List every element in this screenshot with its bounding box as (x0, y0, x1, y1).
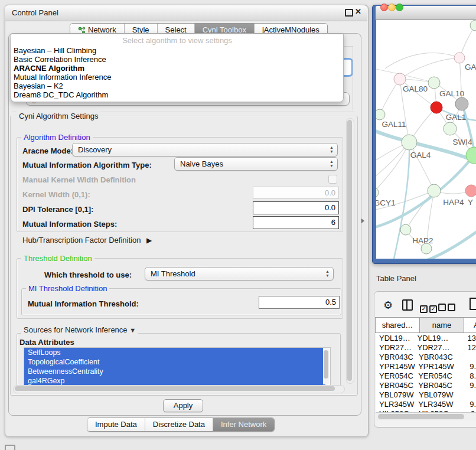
table-row[interactable]: YLR345WYLR345W9. (375, 400, 476, 409)
columns-icon[interactable] (402, 299, 413, 311)
node-gal4[interactable] (402, 135, 417, 150)
network-canvas[interactable]: GAL GAL80 GAL10 GAL1 GAL11 SWI4 GAL4 GCY… (376, 20, 476, 259)
node-label: Y (468, 198, 473, 207)
gear-icon[interactable]: ⚙ (383, 299, 393, 312)
node-label: GAL4 (410, 151, 431, 159)
aracne-mode-combo[interactable]: Discovery ▲▼ (72, 143, 338, 156)
splitter-arrow-icon[interactable] (361, 219, 364, 223)
network-graph: GAL GAL80 GAL10 GAL1 GAL11 SWI4 GAL4 GCY… (376, 20, 476, 259)
mi-threshold-field[interactable]: 0.5 (259, 296, 340, 309)
show-columns-icon[interactable]: ✓✓ (420, 302, 439, 313)
mi-type-label: Mutual Information Algorithm Type: (22, 160, 152, 170)
hub-definition-toggle[interactable]: Hub/Transcription Factor Definition ▶ (22, 235, 152, 246)
control-panel-titlebar[interactable] (5, 5, 367, 21)
table-row[interactable]: YBL079WYBL079W (375, 390, 476, 400)
list-vscrollbar[interactable] (323, 348, 330, 384)
node-label: GAL80 (403, 84, 428, 93)
column-header-shared[interactable]: shared… (375, 317, 420, 333)
tab-impute-data[interactable]: Impute Data (87, 418, 145, 431)
which-threshold-label: Which threshold to use: (44, 270, 132, 280)
algorithm-option[interactable]: Bayesian – K2 (11, 81, 343, 90)
node-label: SWI4 (452, 138, 472, 146)
column-header-name[interactable]: name (420, 317, 464, 333)
mi-type-combo[interactable]: Naive Bayes ▲▼ (174, 157, 338, 171)
table-panel-title: Table Panel (376, 274, 416, 283)
group-border-fragment (343, 46, 353, 47)
node[interactable] (470, 20, 476, 31)
column-header-a[interactable]: A (464, 317, 476, 333)
settings-vscrollbar[interactable] (346, 118, 354, 384)
algorithm-option-selected[interactable]: ARACNE Algorithm (11, 64, 343, 73)
algorithm-popup-placeholder: Select algorithm to view settings (11, 36, 343, 46)
node-label: GCY1 (376, 198, 395, 207)
group-border-fragment (353, 46, 353, 110)
node-selected-red[interactable] (431, 102, 442, 113)
cyni-bottom-tabs: Impute Data Discretize Data Infer Networ… (87, 418, 275, 432)
new-table-icon[interactable] (470, 298, 476, 310)
attribute-item[interactable]: SelfLoops (24, 348, 325, 357)
manual-kernel-label: Manual Kernel Width Definition (22, 175, 136, 185)
close-icon[interactable]: ✕ (355, 7, 361, 16)
table-row[interactable]: YDR27…YDR27…12 (375, 343, 476, 353)
tab-infer-network[interactable]: Infer Network (213, 418, 274, 431)
list-vscrollbar-thumb[interactable] (324, 350, 328, 379)
node-hap2[interactable] (400, 224, 411, 235)
algorithm-popup: Select algorithm to view settings Bayesi… (11, 34, 344, 102)
mi-steps-label: Mutual Information Steps: (22, 219, 117, 229)
settings-hscrollbar[interactable] (13, 385, 345, 393)
attribute-item[interactable]: gal4RGexp (24, 376, 325, 386)
zoom-traffic-light[interactable] (396, 4, 403, 11)
node-label: GAL10 (439, 89, 464, 98)
node-gray[interactable] (455, 97, 468, 110)
apply-button[interactable]: Apply (163, 399, 203, 412)
manual-kernel-checkbox[interactable] (328, 175, 337, 184)
data-attributes-label: Data Attributes (19, 337, 74, 347)
minimized-panel-button[interactable] (5, 445, 15, 450)
table-row[interactable]: YPR145WYPR145W9. (375, 362, 476, 371)
minimize-traffic-light[interactable] (388, 4, 396, 11)
node-swi4[interactable] (466, 147, 476, 164)
node-hap4[interactable] (428, 184, 441, 197)
table-header: shared… name A (375, 317, 476, 333)
data-attributes-list[interactable]: SelfLoops TopologicalCoefficient Between… (24, 347, 331, 386)
node-gal1[interactable] (444, 122, 457, 135)
attribute-item[interactable]: BetweennessCentrality (24, 367, 325, 376)
node-gal10[interactable] (428, 77, 440, 89)
sources-group-title[interactable]: Sources for Network Inference ▼ (21, 325, 138, 335)
aracne-mode-label: Aracne Mode: (22, 146, 73, 156)
table-row[interactable]: YBR043CYBR043C (375, 353, 476, 362)
algorithm-option[interactable]: Mutual Information Inference (11, 73, 343, 81)
float-window-icon[interactable] (345, 9, 353, 17)
algorithm-option[interactable]: Dream8 DC_TDC Algorithm (11, 90, 343, 99)
node-gcy1[interactable] (376, 188, 379, 197)
node-gal11[interactable] (376, 109, 385, 120)
node-label: HAP4 (443, 198, 464, 207)
settings-vscrollbar-thumb[interactable] (347, 120, 352, 381)
settings-hscrollbar-thumb[interactable] (15, 386, 335, 391)
threshold-definition-title: Threshold Definition (21, 254, 94, 263)
hide-columns-icon[interactable] (438, 303, 457, 314)
tab-discretize-data[interactable]: Discretize Data (145, 418, 213, 431)
table-hscrollbar[interactable] (376, 412, 476, 420)
algorithm-option[interactable]: Bayesian – Hill Climbing (11, 46, 343, 55)
table-row[interactable]: YDL19…YDL19…13 (375, 334, 476, 343)
node-salmon[interactable] (465, 185, 476, 197)
attribute-item[interactable]: TopologicalCoefficient (24, 357, 325, 367)
close-traffic-light[interactable] (380, 4, 388, 11)
node-gal80[interactable] (394, 73, 406, 85)
mi-steps-field[interactable]: 6 (253, 216, 339, 229)
kernel-width-field[interactable]: 0.0 (253, 187, 339, 199)
table-rows: YDL19…YDL19…13 YDR27…YDR27…12 YBR043CYBR… (375, 334, 476, 412)
dpi-tolerance-field[interactable]: 0.0 (253, 201, 339, 214)
algorithm-option[interactable]: Basic Correlation Inference (11, 55, 343, 64)
cyni-algorithm-settings-title: Cyni Algorithm Settings (17, 112, 100, 120)
expand-arrow-icon: ▶ (146, 236, 152, 244)
table-hscrollbar-thumb[interactable] (378, 414, 464, 419)
table-row[interactable]: YER054CYER054C8. (375, 371, 476, 381)
dpi-tolerance-label: DPI Tolerance [0,1]: (22, 204, 93, 214)
combo-arrows-icon: ▲▼ (325, 269, 330, 278)
table-row[interactable]: YBR045CYBR045C9. (375, 381, 476, 390)
node-label: GAL11 (382, 120, 406, 129)
which-threshold-combo[interactable]: MI Threshold ▲▼ (145, 267, 334, 281)
node[interactable] (454, 53, 465, 63)
